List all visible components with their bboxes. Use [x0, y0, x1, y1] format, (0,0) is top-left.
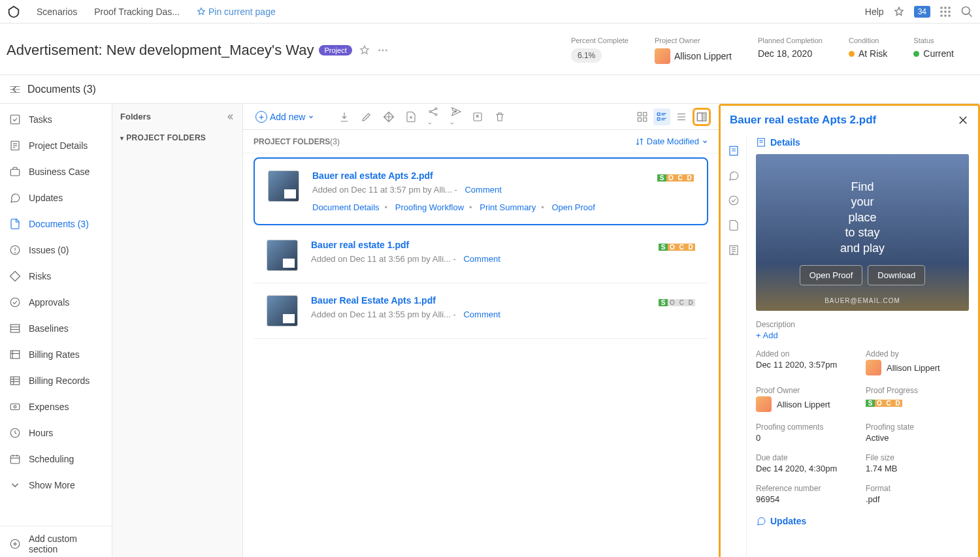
chevron-down-icon: [308, 114, 314, 120]
avatar: [866, 360, 881, 375]
proof-owner-label: Proof Owner: [756, 386, 859, 395]
view-list-big[interactable]: [653, 108, 670, 125]
svg-rect-0: [941, 7, 943, 8]
doc-row[interactable]: Bauer Real Estate Apts 1.pdf Added on De…: [253, 283, 708, 339]
doc-name[interactable]: Bauer Real Estate Apts 1.pdf: [311, 295, 645, 306]
folders-group[interactable]: ▾PROJECT FOLDERS: [112, 129, 242, 146]
nav-show-more[interactable]: Show More: [0, 472, 112, 498]
tab-details[interactable]: [721, 138, 746, 163]
svg-rect-6: [941, 14, 943, 16]
doc-name[interactable]: Bauer real estate 1.pdf: [311, 240, 645, 250]
link-print-summary[interactable]: Print Summary: [480, 202, 536, 212]
nav-business-case[interactable]: Business Case: [0, 159, 112, 185]
status-dot: [913, 51, 919, 57]
folders-sidebar: Folders ▾PROJECT FOLDERS: [112, 104, 243, 557]
app-logo[interactable]: [7, 5, 21, 19]
tab-updates[interactable]: [721, 163, 746, 188]
search-icon[interactable]: [960, 5, 973, 18]
notifications-badge[interactable]: 34: [914, 6, 930, 18]
collapse-icon[interactable]: [225, 112, 235, 121]
nav-billing-records[interactable]: Billing Records: [0, 368, 112, 394]
nav-project-details[interactable]: Project Details: [0, 133, 112, 159]
svg-rect-54: [644, 118, 647, 121]
nav-add-custom[interactable]: Add custom section: [0, 526, 112, 557]
comment-link[interactable]: Comment: [463, 254, 500, 264]
doc-row[interactable]: Bauer real estate 1.pdf Added on Dec 11 …: [253, 228, 708, 283]
state-label: Proofing state: [866, 422, 969, 432]
project-title: Advertisement: New development_Macey's W…: [7, 42, 314, 59]
add-new-button[interactable]: + Add new: [251, 108, 319, 126]
billing-rates-icon: [9, 349, 21, 360]
nav-risks[interactable]: Risks: [0, 263, 112, 289]
crumb-scenarios[interactable]: Scenarios: [30, 4, 84, 20]
svg-rect-40: [10, 456, 20, 464]
pin-page[interactable]: Pin current page: [190, 4, 282, 20]
apps-grid-icon[interactable]: [939, 6, 951, 18]
svg-rect-8: [949, 14, 951, 16]
help-link[interactable]: Help: [865, 7, 884, 17]
nav-scheduling[interactable]: Scheduling: [0, 446, 112, 472]
format-value: .pdf: [866, 494, 969, 504]
nav-issues[interactable]: Issues (0): [0, 237, 112, 263]
more-icon[interactable]: [377, 44, 389, 56]
nav-expenses[interactable]: Expenses: [0, 394, 112, 420]
main: Tasks Project Details Business Case Upda…: [0, 104, 980, 557]
comments-value: 0: [756, 433, 859, 443]
document-icon: [9, 218, 21, 230]
details-icon: [9, 140, 21, 151]
nav-tasks[interactable]: Tasks: [0, 106, 112, 133]
edit-icon[interactable]: [358, 108, 375, 125]
move-icon[interactable]: [380, 108, 397, 125]
comment-link[interactable]: Comment: [463, 310, 500, 319]
sort-dropdown[interactable]: Date Modified: [635, 136, 708, 146]
download-button[interactable]: Download: [868, 265, 925, 285]
view-details-panel[interactable]: [693, 108, 711, 126]
link-open-proof[interactable]: Open Proof: [551, 202, 595, 212]
proof-progress-value: SOCD: [866, 398, 969, 407]
nav-baselines[interactable]: Baselines: [0, 315, 112, 342]
svg-point-47: [429, 110, 431, 112]
stat-value: Dec 18, 2020: [758, 48, 823, 59]
open-proof-button[interactable]: Open Proof: [800, 265, 863, 285]
list-header: PROJECT FOLDERS(3) Date Modified: [243, 130, 719, 153]
nav-updates[interactable]: Updates: [0, 185, 112, 211]
nav-documents[interactable]: Documents (3): [0, 211, 112, 237]
delete-icon[interactable]: [491, 108, 508, 125]
view-list[interactable]: [673, 108, 690, 125]
due-value: Dec 14 2020, 4:30pm: [756, 464, 859, 473]
details-panel: Bauer real estate Apts 2.pdf Details Fin…: [719, 104, 980, 557]
chevron-down-icon: [9, 479, 21, 491]
share-icon[interactable]: [425, 103, 442, 131]
nav-billing-rates[interactable]: Billing Rates: [0, 342, 112, 368]
doc-name[interactable]: Bauer real estate Apts 2.pdf: [312, 170, 644, 181]
link-proofing-workflow[interactable]: Proofing Workflow: [395, 202, 464, 212]
ref-label: Reference number: [756, 484, 859, 493]
svg-rect-7: [945, 14, 947, 16]
favorite-icon[interactable]: [359, 44, 370, 56]
tab-versions[interactable]: [721, 213, 746, 238]
tab-approvals[interactable]: [721, 188, 746, 213]
svg-rect-33: [10, 377, 20, 385]
nav-hours[interactable]: Hours: [0, 420, 112, 446]
view-grid[interactable]: [634, 108, 651, 125]
svg-line-10: [969, 13, 972, 16]
crumb-proof-tracking[interactable]: Proof Tracking Das...: [88, 4, 186, 20]
add-description[interactable]: + Add: [756, 330, 778, 340]
back-icon[interactable]: [9, 84, 21, 95]
nav-approvals[interactable]: Approvals: [0, 289, 112, 315]
comment-link[interactable]: Comment: [465, 185, 501, 195]
state-value: Active: [866, 433, 969, 443]
close-icon[interactable]: [957, 114, 969, 126]
send-icon[interactable]: [447, 103, 464, 131]
added-by-value: Allison Lippert: [887, 363, 940, 373]
svg-rect-17: [10, 115, 20, 124]
star-icon[interactable]: [893, 6, 905, 18]
tab-forms[interactable]: [721, 238, 746, 263]
doc-row[interactable]: Bauer real estate Apts 2.pdf Added on De…: [253, 157, 708, 225]
download-icon[interactable]: [336, 108, 353, 125]
link-document-details[interactable]: Document Details: [312, 202, 380, 212]
new-doc-icon[interactable]: [402, 108, 419, 125]
checkout-icon[interactable]: [469, 108, 486, 125]
doc-meta: Added on Dec 11 at 3:57 pm by Alli... -: [312, 185, 457, 195]
updates-section[interactable]: Updates: [756, 516, 969, 526]
